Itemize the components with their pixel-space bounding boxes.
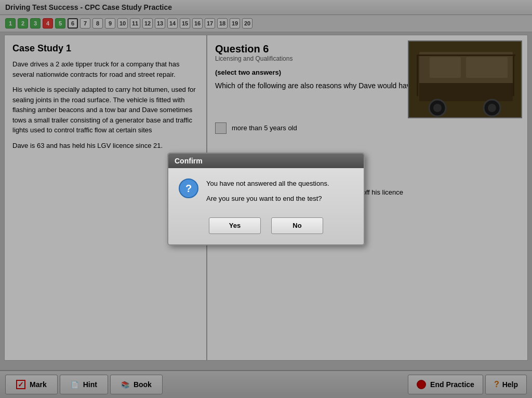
confirm-title: Confirm — [168, 154, 364, 168]
confirm-body: ? You have not answered all the question… — [168, 168, 364, 210]
confirm-message: You have not answered all the questions.… — [206, 179, 329, 204]
confirm-no-button[interactable]: No — [271, 217, 323, 234]
confirm-message-line2: Are you sure you want to end the test? — [206, 194, 329, 204]
confirm-dialog: Confirm ? You have not answered all the … — [167, 153, 365, 245]
confirm-question-icon: ? — [179, 179, 198, 198]
confirm-yes-button[interactable]: Yes — [209, 217, 261, 234]
confirm-message-line1: You have not answered all the questions. — [206, 179, 329, 189]
confirm-buttons: Yes No — [168, 210, 364, 244]
modal-overlay: Confirm ? You have not answered all the … — [0, 0, 532, 398]
